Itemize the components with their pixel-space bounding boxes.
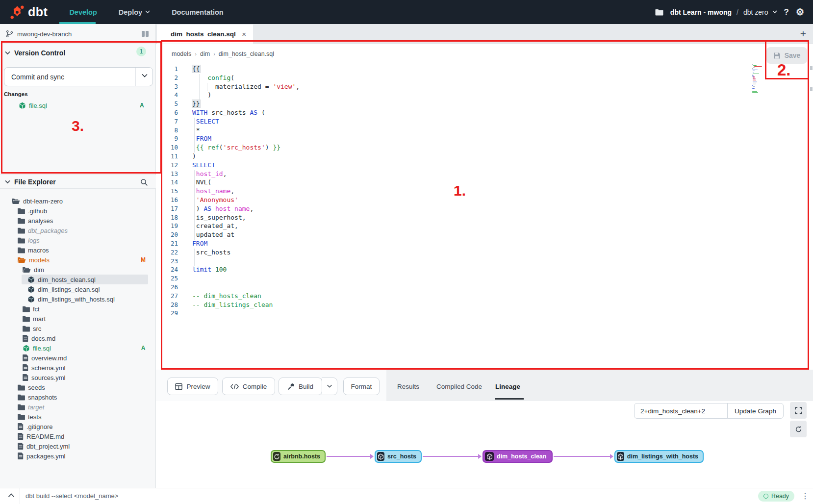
code-line[interactable]: SELECT [192,161,215,169]
compile-button[interactable]: Compile [222,378,275,395]
docs-columns-icon[interactable] [141,30,149,37]
tree-item--gitignore[interactable]: .gitignore [0,422,156,431]
tab-dim-hosts-clean[interactable]: dim_hosts_clean.sql × [157,25,253,44]
code-line[interactable]: 'Anonymous' [192,196,238,203]
save-button[interactable]: Save [766,47,807,64]
tree-item-dbt-learn-zero[interactable]: dbt-learn-zero [0,196,156,206]
chevron-up-icon[interactable] [8,493,15,498]
update-graph-button[interactable]: Update Graph [727,403,784,419]
tree-item-snapshots[interactable]: snapshots [0,392,156,402]
tree-item-tests[interactable]: tests [0,412,156,422]
command-input[interactable]: dbt build --select <model_name> [25,492,118,500]
tab-results[interactable]: Results [397,378,419,395]
tree-item-models[interactable]: modelsM [0,255,156,265]
code-line[interactable]: host_name, [192,187,234,195]
breadcrumb-item[interactable]: dim [200,50,210,57]
kebab-menu-icon[interactable]: ⋮ [801,491,809,501]
reset-view-button[interactable] [790,421,807,437]
code-line[interactable]: SELECT [192,118,219,125]
code-line[interactable]: materialized = 'view', [192,83,300,90]
tree-item-schema-yml[interactable]: schema.yml [0,363,156,373]
tab-lineage[interactable]: Lineage [495,378,520,395]
close-icon[interactable]: × [242,30,246,38]
code-line[interactable]: ) [192,152,196,160]
chevron-down-icon[interactable] [142,74,148,78]
breadcrumb-item[interactable]: models [172,50,191,57]
tree-item-fct[interactable]: fct [0,304,156,314]
tree-item-dim-hosts-clean-sql[interactable]: dim_hosts_clean.sql [0,275,156,284]
tree-item-sources-yml[interactable]: sources.yml [0,373,156,382]
lineage-node-dim_hosts_clean[interactable]: dim_hosts_clean [483,450,553,463]
tree-item--github[interactable]: .github [0,206,156,216]
tab-compiled-code[interactable]: Compiled Code [436,378,482,395]
code-line[interactable]: host_id, [192,170,227,177]
code-line[interactable]: }} [192,100,200,107]
lineage-node-src_hosts[interactable]: src_hosts [375,450,422,463]
format-button[interactable]: Format [343,378,380,395]
version-control-header[interactable]: Version Control 1 [0,44,156,62]
code-line[interactable]: updated_at [192,231,234,238]
code-line[interactable]: src_hosts [192,249,230,256]
tree-item-dim[interactable]: dim [0,265,156,275]
tree-item-dbt-project-yml[interactable]: dbt_project.yml [0,441,156,451]
tree-item-dim-listings-clean-sql[interactable]: dim_listings_clean.sql [0,284,156,294]
search-icon[interactable] [140,178,148,188]
tree-item-packages-yml[interactable]: packages.yml [0,451,156,461]
nav-item-deploy[interactable]: Deploy [119,8,150,16]
breadcrumb-item[interactable]: dim_hosts_clean.sql [219,50,274,57]
tree-item-target[interactable]: target [0,402,156,412]
tree-item-dbt-packages[interactable]: dbt_packages [0,226,156,235]
code-line[interactable]: limit 100 [192,266,227,273]
navbar-right: dbt Learn - mwong / dbt zero ? ⚙ [655,0,804,24]
lineage-selector-input[interactable] [634,403,728,419]
preview-button[interactable]: Preview [167,378,218,395]
code-line[interactable]: -- dim_listings_clean [192,301,273,308]
tree-item-logs[interactable]: logs [0,235,156,245]
nav-item-label: Develop [69,8,97,16]
code-line[interactable]: ) [192,91,211,99]
help-icon[interactable]: ? [784,7,789,17]
nav-item-develop[interactable]: Develop [69,8,97,16]
code-line[interactable]: FROM [192,240,207,247]
commit-and-sync-button[interactable]: Commit and sync [4,67,153,86]
branch-name[interactable]: mwong-dev-branch [17,30,72,38]
account-project-switcher[interactable]: dbt Learn - mwong / dbt zero [670,8,777,16]
code-line[interactable]: {{ ref('src_hosts') }} [192,144,280,151]
lineage-node-dim_listings_with_hosts[interactable]: dim_listings_with_hosts [614,450,704,463]
code-line[interactable]: FROM [192,135,211,142]
line-number: 4 [156,91,178,99]
nav-item-documentation[interactable]: Documentation [172,8,224,16]
line-number: 19 [156,222,178,229]
changed-file-row[interactable]: file.sql A [0,100,156,111]
tree-item-docs-md[interactable]: docs.md [0,333,156,343]
tree-item-readme-md[interactable]: README.md [0,431,156,441]
code-line[interactable]: WITH src_hosts AS ( [192,109,265,116]
dbt-logo[interactable]: dbt [10,5,48,20]
tree-item-dim-listings-with-hosts-sql[interactable]: dim_listings_with_hosts.sql [0,294,156,304]
tree-item-analyses[interactable]: analyses [0,216,156,226]
fullscreen-button[interactable] [790,402,807,419]
build-options-chevron-button[interactable] [322,378,337,395]
tree-item-macros[interactable]: macros [0,245,156,255]
new-tab-button[interactable]: + [800,28,806,40]
code-line[interactable]: NVL( [192,178,211,186]
code-line[interactable]: created_at, [192,222,238,229]
tree-item-mart[interactable]: mart [0,314,156,324]
code-line[interactable]: is_superhost, [192,214,246,221]
tree-item-overview-md[interactable]: overview.md [0,353,156,363]
lineage-node-airbnb-hosts[interactable]: airbnb.hosts [271,450,326,463]
gear-icon[interactable]: ⚙ [796,6,804,18]
build-button[interactable]: Build [279,378,322,395]
file-explorer-header[interactable]: File Explorer [0,175,156,189]
sidebar: Version Control 1 Commit and sync Change… [0,44,156,488]
tree-item-label: .github [28,207,47,215]
tree-item-file-sql[interactable]: file.sqlA [0,343,156,353]
code-line[interactable]: {{ [192,65,200,73]
file-icon [18,443,24,450]
code-line[interactable]: * [192,126,200,134]
tree-item-src[interactable]: src [0,324,156,333]
code-line[interactable]: ) AS host_name, [192,205,254,212]
code-line[interactable]: -- dim_hosts_clean [192,292,261,300]
tree-item-seeds[interactable]: seeds [0,382,156,392]
code-line[interactable]: config( [192,74,234,81]
